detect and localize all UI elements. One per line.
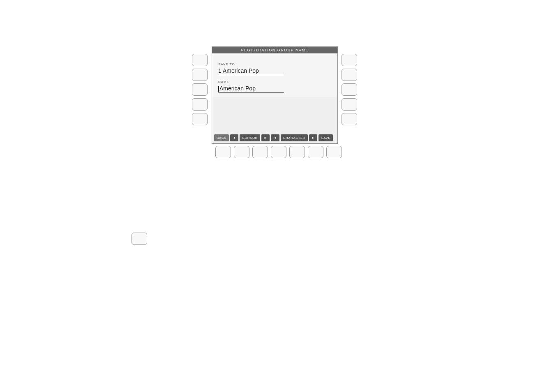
isolated-button[interactable] [132, 233, 147, 245]
left-side-btn-1[interactable] [192, 54, 208, 66]
bottom-row-btn-7[interactable] [326, 146, 342, 158]
text-cursor [218, 86, 219, 92]
save-to-group: SAVE TO 1 American Pop [218, 62, 331, 75]
save-to-value: 1 American Pop [218, 67, 284, 75]
panel-content: SAVE TO 1 American Pop NAME American Pop [212, 53, 337, 97]
panel-title: REGISTRATION GROUP NAME [212, 47, 337, 53]
cursor-left-button[interactable]: ◄ [230, 134, 238, 141]
right-side-btn-4[interactable] [342, 98, 357, 111]
right-side-btn-5[interactable] [342, 113, 357, 125]
cursor-right-button[interactable]: ► [261, 134, 270, 141]
bottom-row-btn-6[interactable] [308, 146, 323, 158]
left-side-btn-2[interactable] [192, 69, 208, 81]
left-side-btn-3[interactable] [192, 83, 208, 96]
bottom-row-btn-4[interactable] [271, 146, 286, 158]
side-buttons-left [192, 54, 208, 125]
right-side-btn-1[interactable] [342, 54, 357, 66]
bottom-toolbar: BACK ◄ CURSOR ► ◄ CHARACTER ► SAVE [212, 132, 338, 144]
bottom-row-btn-2[interactable] [234, 146, 249, 158]
bottom-row-btn-5[interactable] [289, 146, 305, 158]
character-label[interactable]: CHARACTER [281, 134, 308, 141]
name-value: American Pop [218, 85, 284, 93]
left-side-btn-4[interactable] [192, 98, 208, 111]
cursor-label[interactable]: CURSOR [240, 134, 260, 141]
character-left-button[interactable]: ◄ [271, 134, 279, 141]
character-right-button[interactable]: ► [309, 134, 317, 141]
name-group: NAME American Pop [218, 80, 331, 93]
bottom-row-btn-3[interactable] [252, 146, 268, 158]
name-label: NAME [218, 80, 331, 84]
back-button[interactable]: BACK [214, 134, 229, 141]
bottom-row-buttons [215, 146, 342, 158]
save-to-label: SAVE TO [218, 62, 331, 66]
side-buttons-right [342, 54, 357, 125]
registration-panel: REGISTRATION GROUP NAME SAVE TO 1 Americ… [212, 46, 338, 143]
bottom-row-btn-1[interactable] [215, 146, 231, 158]
save-button[interactable]: SAVE [319, 134, 333, 141]
right-side-btn-3[interactable] [342, 83, 357, 96]
right-side-btn-2[interactable] [342, 69, 357, 81]
left-side-btn-5[interactable] [192, 113, 208, 125]
